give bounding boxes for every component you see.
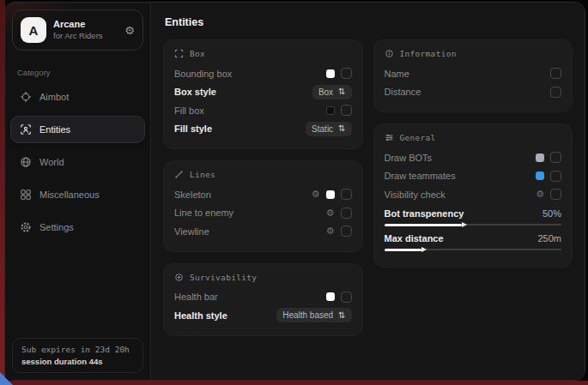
setting-label: Line to enemy — [174, 208, 233, 218]
slider-knob[interactable] — [421, 247, 427, 252]
setting-row: Health style Health based ⇅ — [174, 306, 352, 325]
setting-row: Box style Box ⇅ — [174, 83, 352, 102]
checkbox[interactable] — [550, 87, 561, 98]
slider-value: 50% — [543, 208, 561, 219]
right-column: Information Name Distance — [373, 39, 573, 268]
information-panel: Information Name Distance — [373, 39, 573, 112]
dropdown-value: Box — [318, 87, 333, 97]
brand-name: Arcane — [53, 19, 103, 31]
panel-title: Information — [400, 49, 457, 58]
setting-row: Line to enemy ⚙ — [174, 204, 352, 223]
setting-label: Bounding box — [174, 69, 232, 79]
setting-row: Name — [385, 64, 562, 83]
gear-icon[interactable]: ⚙ — [312, 189, 320, 199]
setting-row: Skeleton ⚙ — [174, 185, 352, 204]
checkbox[interactable] — [550, 189, 561, 200]
dropdown-value: Health based — [282, 310, 333, 320]
left-column: Box Bounding box Box style Box ⇅ — [163, 39, 363, 336]
session-duration-text: session duration 44s — [21, 357, 134, 366]
brand-subtitle: for Arc Riders — [53, 31, 103, 41]
setting-row: Draw BOTs — [385, 148, 562, 167]
gear-icon[interactable]: ⚙ — [326, 226, 335, 236]
category-label: Category — [17, 68, 138, 77]
sliders-icon — [385, 133, 394, 142]
gear-icon[interactable]: ⚙ — [124, 25, 135, 36]
setting-row: Fill box — [174, 101, 352, 120]
setting-label: Box style — [174, 87, 216, 97]
fill-style-dropdown[interactable]: Static ⇅ — [306, 122, 351, 136]
setting-label: Draw teammates — [385, 171, 456, 181]
game-background-bottom-edge — [0, 381, 588, 385]
checkbox[interactable] — [341, 105, 352, 116]
checkbox[interactable] — [550, 68, 561, 79]
box-style-dropdown[interactable]: Box ⇅ — [312, 85, 352, 99]
sidebar-item-label: World — [39, 157, 64, 167]
sub-expiry-text: Sub expires in 23d 20h — [21, 345, 134, 354]
gear-icon[interactable]: ⚙ — [326, 208, 335, 218]
color-swatch[interactable] — [326, 106, 335, 115]
bot-transparency-slider[interactable] — [385, 221, 562, 229]
gear-icon[interactable]: ⚙ — [536, 189, 544, 199]
subscription-card: Sub expires in 23d 20h session duration … — [12, 338, 143, 373]
globe-icon — [20, 156, 32, 168]
sidebar-item-entities[interactable]: Entities — [10, 116, 145, 143]
lines-panel: Lines Skeleton ⚙ Line to enemy ⚙ — [163, 160, 363, 252]
setting-label: Name — [385, 69, 409, 79]
lines-panel-header: Lines — [174, 170, 352, 179]
checkbox[interactable] — [341, 208, 352, 219]
page-title: Entities — [165, 16, 571, 28]
sidebar-item-label: Entities — [39, 124, 70, 135]
slider-fill — [385, 249, 421, 251]
setting-row: Distance — [385, 83, 562, 102]
bot-transparency-slider-group: Bot transpenency 50% — [385, 208, 562, 229]
survivability-panel: Survivability Health bar Health style He… — [163, 263, 363, 336]
color-swatch[interactable] — [536, 171, 544, 180]
setting-label: Health bar — [174, 292, 218, 302]
box-corners-icon — [174, 49, 184, 58]
health-style-dropdown[interactable]: Health based ⇅ — [276, 308, 351, 322]
color-swatch[interactable] — [536, 153, 544, 162]
setting-row: Viewline ⚙ — [174, 222, 352, 241]
sidebar-item-label: Aimbot — [39, 92, 69, 102]
setting-row: Draw teammates — [385, 167, 562, 186]
sidebar-item-settings[interactable]: Settings — [10, 214, 145, 241]
info-icon — [385, 49, 394, 58]
panel-title: Survivability — [190, 273, 257, 282]
color-swatch[interactable] — [326, 292, 335, 301]
setting-row: Visibility check ⚙ — [385, 185, 562, 204]
health-cross-icon — [174, 273, 184, 282]
slider-value: 250m — [537, 233, 561, 244]
sidebar-item-label: Miscellaneous — [39, 189, 100, 200]
dropdown-value: Static — [312, 124, 333, 134]
updown-arrows-icon: ⇅ — [338, 311, 345, 320]
setting-label: Fill box — [174, 105, 204, 116]
max-distance-slider[interactable] — [385, 246, 562, 254]
checkbox[interactable] — [341, 68, 352, 79]
checkbox[interactable] — [341, 226, 352, 237]
cheat-menu-window: A Arcane for Arc Riders ⚙ Category Aimbo… — [4, 2, 585, 381]
box-panel-header: Box — [174, 49, 352, 58]
setting-row: Fill style Static ⇅ — [174, 120, 352, 139]
line-icon — [174, 170, 184, 179]
panel-title: Lines — [190, 170, 215, 179]
slider-label: Max distance — [385, 233, 444, 244]
slider-label: Bot transpenency — [385, 208, 464, 219]
crosshair-icon — [20, 91, 32, 103]
checkbox[interactable] — [550, 152, 561, 163]
brand-logo: A — [21, 17, 46, 43]
scan-icon — [20, 123, 32, 135]
main-content: Entities Box Bounding box — [151, 3, 585, 380]
checkbox[interactable] — [341, 189, 352, 200]
checkbox[interactable] — [341, 292, 352, 303]
brand-card: A Arcane for Arc Riders ⚙ — [12, 9, 143, 51]
panel-title: General — [400, 133, 436, 142]
slider-knob[interactable] — [462, 222, 467, 227]
general-panel: General Draw BOTs Draw teammates — [373, 123, 573, 268]
sidebar-item-aimbot[interactable]: Aimbot — [10, 83, 145, 111]
sidebar-item-miscellaneous[interactable]: Miscellaneous — [10, 181, 145, 208]
updown-arrows-icon: ⇅ — [338, 87, 345, 96]
checkbox[interactable] — [550, 171, 561, 182]
color-swatch[interactable] — [326, 69, 335, 78]
sidebar-item-world[interactable]: World — [10, 148, 145, 176]
color-swatch[interactable] — [326, 190, 335, 199]
